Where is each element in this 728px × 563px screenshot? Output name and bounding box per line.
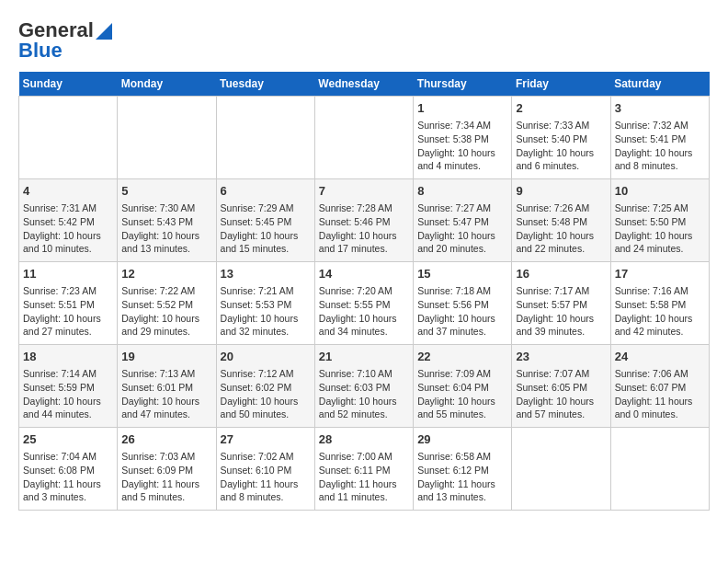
- day-info: Sunrise: 7:20 AM Sunset: 5:55 PM Dayligh…: [319, 284, 409, 339]
- calendar-cell: 7Sunrise: 7:28 AM Sunset: 5:46 PM Daylig…: [314, 179, 413, 262]
- day-number: 23: [516, 349, 606, 365]
- calendar-cell: 20Sunrise: 7:12 AM Sunset: 6:02 PM Dayli…: [216, 345, 314, 428]
- day-info: Sunrise: 7:09 AM Sunset: 6:04 PM Dayligh…: [417, 367, 507, 421]
- day-number: 28: [319, 431, 409, 448]
- day-info: Sunrise: 7:29 AM Sunset: 5:45 PM Dayligh…: [221, 201, 311, 256]
- day-number: 7: [319, 183, 409, 200]
- calendar-cell: [610, 428, 709, 511]
- calendar-cell: 26Sunrise: 7:03 AM Sunset: 6:09 PM Dayli…: [118, 428, 216, 511]
- day-info: Sunrise: 7:16 AM Sunset: 5:58 PM Dayligh…: [615, 284, 705, 339]
- day-number: 16: [516, 266, 606, 282]
- day-info: Sunrise: 7:25 AM Sunset: 5:50 PM Dayligh…: [615, 201, 705, 256]
- day-number: 15: [417, 266, 507, 282]
- page-header: General Blue: [18, 18, 710, 63]
- day-info: Sunrise: 6:58 AM Sunset: 6:12 PM Dayligh…: [417, 450, 507, 504]
- calendar-cell: 2Sunrise: 7:33 AM Sunset: 5:40 PM Daylig…: [512, 97, 610, 179]
- calendar-cell: 19Sunrise: 7:13 AM Sunset: 6:01 PM Dayli…: [118, 345, 216, 428]
- day-info: Sunrise: 7:02 AM Sunset: 6:10 PM Dayligh…: [221, 450, 311, 504]
- calendar-cell: 13Sunrise: 7:21 AM Sunset: 5:53 PM Dayli…: [216, 262, 314, 345]
- calendar-cell: 16Sunrise: 7:17 AM Sunset: 5:57 PM Dayli…: [512, 262, 610, 345]
- day-info: Sunrise: 7:27 AM Sunset: 5:47 PM Dayligh…: [417, 201, 507, 256]
- day-number: 2: [516, 100, 606, 117]
- calendar-cell: 5Sunrise: 7:30 AM Sunset: 5:43 PM Daylig…: [118, 179, 216, 262]
- calendar-cell: 9Sunrise: 7:26 AM Sunset: 5:48 PM Daylig…: [512, 179, 610, 262]
- day-info: Sunrise: 7:18 AM Sunset: 5:56 PM Dayligh…: [417, 284, 507, 339]
- calendar-header-monday: Monday: [118, 72, 216, 97]
- calendar-cell: 21Sunrise: 7:10 AM Sunset: 6:03 PM Dayli…: [314, 345, 413, 428]
- day-number: 13: [221, 266, 311, 282]
- day-number: 5: [121, 183, 211, 200]
- calendar-cell: 18Sunrise: 7:14 AM Sunset: 5:59 PM Dayli…: [19, 345, 118, 428]
- calendar-cell: [19, 97, 118, 179]
- calendar-cell: 29Sunrise: 6:58 AM Sunset: 6:12 PM Dayli…: [414, 428, 512, 511]
- calendar-cell: 15Sunrise: 7:18 AM Sunset: 5:56 PM Dayli…: [414, 262, 512, 345]
- day-number: 14: [319, 266, 409, 282]
- calendar-cell: 23Sunrise: 7:07 AM Sunset: 6:05 PM Dayli…: [512, 345, 610, 428]
- svg-marker-0: [96, 23, 112, 40]
- day-number: 20: [221, 349, 311, 365]
- day-info: Sunrise: 7:32 AM Sunset: 5:41 PM Dayligh…: [615, 119, 705, 173]
- day-info: Sunrise: 7:33 AM Sunset: 5:40 PM Dayligh…: [516, 119, 606, 173]
- calendar-header-friday: Friday: [512, 72, 610, 97]
- calendar-header-saturday: Saturday: [610, 72, 709, 97]
- calendar-cell: 8Sunrise: 7:27 AM Sunset: 5:47 PM Daylig…: [414, 179, 512, 262]
- day-number: 26: [121, 431, 211, 448]
- calendar-cell: 24Sunrise: 7:06 AM Sunset: 6:07 PM Dayli…: [610, 345, 709, 428]
- calendar-cell: [314, 97, 413, 179]
- logo: General Blue: [18, 18, 112, 63]
- logo-arrow-icon: [96, 23, 112, 40]
- calendar-cell: 22Sunrise: 7:09 AM Sunset: 6:04 PM Dayli…: [414, 345, 512, 428]
- day-info: Sunrise: 7:22 AM Sunset: 5:52 PM Dayligh…: [121, 284, 211, 339]
- logo-blue: Blue: [18, 39, 63, 63]
- calendar-cell: 4Sunrise: 7:31 AM Sunset: 5:42 PM Daylig…: [19, 179, 118, 262]
- calendar-cell: [216, 97, 314, 179]
- day-number: 19: [121, 349, 211, 365]
- calendar-header-tuesday: Tuesday: [216, 72, 314, 97]
- day-number: 18: [23, 349, 113, 365]
- day-number: 25: [23, 431, 113, 448]
- calendar-cell: 14Sunrise: 7:20 AM Sunset: 5:55 PM Dayli…: [314, 262, 413, 345]
- day-info: Sunrise: 7:28 AM Sunset: 5:46 PM Dayligh…: [319, 201, 409, 256]
- calendar-cell: 6Sunrise: 7:29 AM Sunset: 5:45 PM Daylig…: [216, 179, 314, 262]
- calendar-table: SundayMondayTuesdayWednesdayThursdayFrid…: [18, 72, 710, 511]
- day-number: 29: [417, 431, 507, 448]
- calendar-cell: 12Sunrise: 7:22 AM Sunset: 5:52 PM Dayli…: [118, 262, 216, 345]
- calendar-header-wednesday: Wednesday: [314, 72, 413, 97]
- day-number: 8: [417, 183, 507, 200]
- day-info: Sunrise: 7:03 AM Sunset: 6:09 PM Dayligh…: [121, 450, 211, 504]
- day-number: 17: [615, 266, 705, 282]
- day-info: Sunrise: 7:04 AM Sunset: 6:08 PM Dayligh…: [23, 450, 113, 504]
- calendar-header-thursday: Thursday: [414, 72, 512, 97]
- day-number: 27: [221, 431, 311, 448]
- day-info: Sunrise: 7:07 AM Sunset: 6:05 PM Dayligh…: [516, 367, 606, 421]
- day-number: 6: [221, 183, 311, 200]
- calendar-cell: 11Sunrise: 7:23 AM Sunset: 5:51 PM Dayli…: [19, 262, 118, 345]
- day-info: Sunrise: 7:30 AM Sunset: 5:43 PM Dayligh…: [121, 201, 211, 256]
- calendar-cell: 1Sunrise: 7:34 AM Sunset: 5:38 PM Daylig…: [414, 97, 512, 179]
- day-number: 12: [121, 266, 211, 282]
- day-info: Sunrise: 7:13 AM Sunset: 6:01 PM Dayligh…: [121, 367, 211, 421]
- day-number: 3: [615, 100, 705, 117]
- calendar-cell: 17Sunrise: 7:16 AM Sunset: 5:58 PM Dayli…: [610, 262, 709, 345]
- calendar-cell: 27Sunrise: 7:02 AM Sunset: 6:10 PM Dayli…: [216, 428, 314, 511]
- day-number: 4: [23, 183, 113, 200]
- day-number: 21: [319, 349, 409, 365]
- calendar-cell: 28Sunrise: 7:00 AM Sunset: 6:11 PM Dayli…: [314, 428, 413, 511]
- day-number: 22: [417, 349, 507, 365]
- day-info: Sunrise: 7:26 AM Sunset: 5:48 PM Dayligh…: [516, 201, 606, 256]
- day-info: Sunrise: 7:10 AM Sunset: 6:03 PM Dayligh…: [319, 367, 409, 421]
- day-number: 9: [516, 183, 606, 200]
- calendar-cell: 3Sunrise: 7:32 AM Sunset: 5:41 PM Daylig…: [610, 97, 709, 179]
- day-info: Sunrise: 7:00 AM Sunset: 6:11 PM Dayligh…: [319, 450, 409, 504]
- calendar-cell: 10Sunrise: 7:25 AM Sunset: 5:50 PM Dayli…: [610, 179, 709, 262]
- day-number: 1: [417, 100, 507, 117]
- day-info: Sunrise: 7:34 AM Sunset: 5:38 PM Dayligh…: [417, 119, 507, 173]
- day-info: Sunrise: 7:17 AM Sunset: 5:57 PM Dayligh…: [516, 284, 606, 339]
- calendar-cell: [512, 428, 610, 511]
- day-info: Sunrise: 7:31 AM Sunset: 5:42 PM Dayligh…: [23, 201, 113, 256]
- calendar-cell: 25Sunrise: 7:04 AM Sunset: 6:08 PM Dayli…: [19, 428, 118, 511]
- day-number: 11: [23, 266, 113, 282]
- day-number: 10: [615, 183, 705, 200]
- day-info: Sunrise: 7:06 AM Sunset: 6:07 PM Dayligh…: [615, 367, 705, 421]
- day-number: 24: [615, 349, 705, 365]
